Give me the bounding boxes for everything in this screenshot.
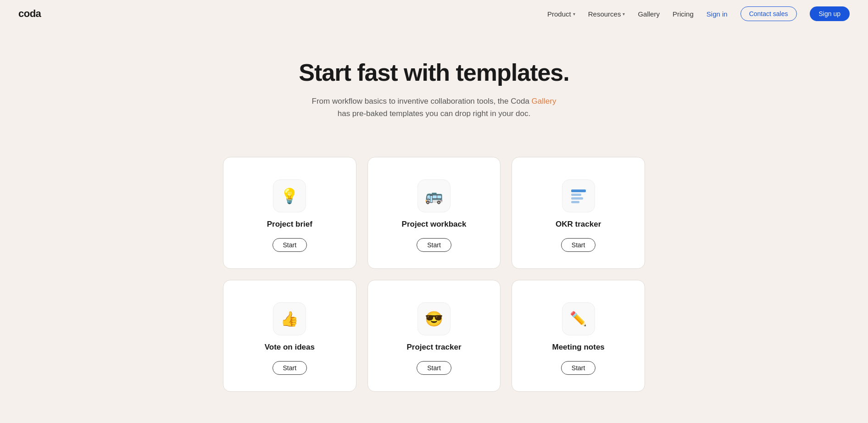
svg-rect-0 (571, 189, 586, 192)
start-button-project-brief[interactable]: Start (273, 238, 307, 252)
hero-description: From workflow basics to inventive collab… (310, 95, 558, 120)
contact-sales-button[interactable]: Contact sales (740, 6, 797, 21)
start-button-project-workback[interactable]: Start (417, 238, 451, 252)
template-title-project-workback: Project workback (402, 220, 467, 229)
navbar: coda Product ▾ Resources ▾ Gallery Prici… (0, 0, 868, 28)
template-card-meeting-notes[interactable]: ✏️ Meeting notes Start (512, 280, 645, 392)
chevron-down-icon: ▾ (573, 11, 575, 17)
template-icon-project-workback: 🚌 (417, 179, 451, 212)
template-title-meeting-notes: Meeting notes (552, 343, 605, 352)
template-card-okr-tracker[interactable]: OKR tracker Start (512, 157, 645, 269)
template-title-vote-on-ideas: Vote on ideas (265, 343, 315, 352)
template-icon-project-tracker: 😎 (417, 302, 451, 335)
start-button-project-tracker[interactable]: Start (417, 361, 451, 375)
template-icon-meeting-notes: ✏️ (562, 302, 595, 335)
template-title-okr-tracker: OKR tracker (556, 220, 601, 229)
nav-item-signin[interactable]: Sign in (707, 10, 728, 18)
gallery-link[interactable]: Gallery (532, 97, 556, 106)
template-icon-vote-on-ideas: 👍 (273, 302, 306, 335)
svg-rect-3 (571, 201, 579, 203)
start-button-meeting-notes[interactable]: Start (561, 361, 596, 375)
template-title-project-brief: Project brief (267, 220, 312, 229)
template-icon-project-brief: 💡 (273, 179, 306, 212)
start-button-vote-on-ideas[interactable]: Start (273, 361, 307, 375)
chevron-down-icon: ▾ (623, 11, 625, 17)
start-button-okr-tracker[interactable]: Start (561, 238, 596, 252)
template-card-project-brief[interactable]: 💡 Project brief Start (223, 157, 356, 269)
templates-grid: 💡 Project brief Start 🚌 Project workback… (205, 148, 663, 423)
template-card-vote-on-ideas[interactable]: 👍 Vote on ideas Start (223, 280, 356, 392)
nav-right: Product ▾ Resources ▾ Gallery Pricing Si… (547, 6, 850, 21)
signup-button[interactable]: Sign up (810, 6, 850, 21)
logo[interactable]: coda (18, 8, 41, 20)
nav-item-pricing[interactable]: Pricing (673, 10, 694, 18)
hero-title: Start fast with templates. (9, 60, 859, 86)
svg-rect-2 (571, 197, 583, 200)
template-card-project-tracker[interactable]: 😎 Project tracker Start (367, 280, 501, 392)
template-title-project-tracker: Project tracker (406, 343, 461, 352)
nav-item-product[interactable]: Product ▾ (547, 10, 575, 18)
template-icon-okr-tracker (562, 179, 595, 212)
nav-item-resources[interactable]: Resources ▾ (588, 10, 625, 18)
svg-rect-1 (571, 194, 581, 196)
hero-section: Start fast with templates. From workflow… (0, 28, 868, 148)
nav-item-gallery[interactable]: Gallery (638, 10, 660, 18)
template-card-project-workback[interactable]: 🚌 Project workback Start (367, 157, 501, 269)
